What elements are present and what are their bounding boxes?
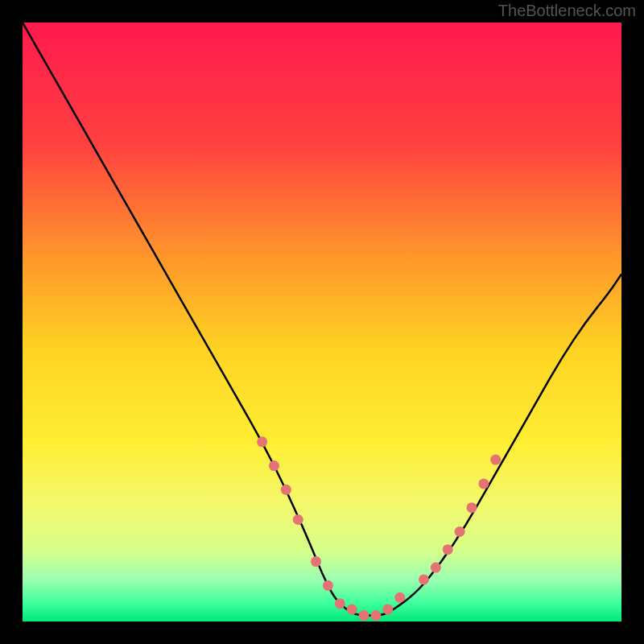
marker-dot [335, 598, 345, 609]
marker-dot [257, 436, 267, 447]
marker-dot [347, 605, 357, 615]
marker-dot [323, 580, 333, 591]
curve-layer [23, 23, 621, 621]
bottleneck-curve [23, 23, 621, 616]
marker-dot [419, 574, 429, 584]
marker-dot [490, 455, 501, 465]
marker-dot [394, 592, 405, 603]
marker-dot [293, 514, 303, 525]
marker-dot [311, 556, 321, 567]
marker-dot [269, 460, 279, 471]
marker-dot [455, 526, 465, 537]
watermark-text: TheBottleneck.com [498, 2, 636, 20]
marker-dot [370, 610, 381, 621]
marker-dot [281, 485, 291, 495]
marker-dot [359, 610, 369, 621]
plot-area [23, 23, 621, 621]
marker-dot [478, 478, 489, 489]
marker-dot [382, 605, 393, 615]
marker-dot [431, 563, 441, 573]
marker-dot [467, 502, 477, 513]
marker-dot [443, 544, 453, 555]
